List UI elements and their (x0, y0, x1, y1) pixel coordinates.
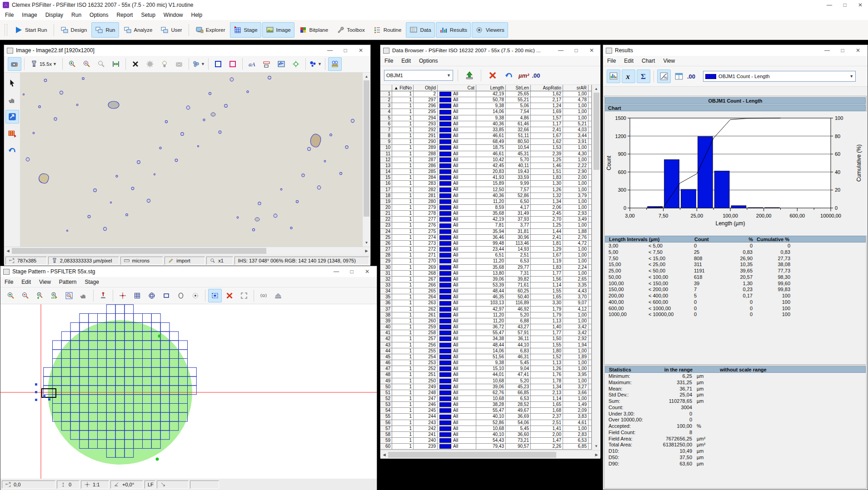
table-row[interactable]: 211278All35,6831,492,452,93 (380, 211, 592, 217)
menu-item-view[interactable]: View (659, 58, 679, 64)
results-chart[interactable]: 0300600900120015000204060801003,007,5025… (604, 112, 867, 235)
table-row[interactable]: 341265All48,4460,251,554,43 (380, 288, 592, 294)
interval-row[interactable]: 200,00< 400,0050,17100 (605, 293, 866, 299)
objective-button[interactable]: 15.5x▼ (27, 57, 60, 71)
table-row[interactable]: 111288All46,6145,312,394,30 (380, 151, 592, 157)
table-row[interactable]: 221277All42,1937,932,703,49 (380, 217, 592, 223)
section-splitter[interactable] (605, 364, 866, 366)
stage-canvas[interactable] (0, 304, 377, 479)
table-row[interactable]: 101289All18,7510,541,531,00 (380, 145, 592, 151)
menu-item-image[interactable]: Image (18, 12, 41, 18)
table-row[interactable]: 301269All35,6829,771,832,24 (380, 265, 592, 271)
interval-row[interactable]: 7,50< 15,0080826,9027,73 (605, 256, 866, 262)
user-button[interactable]: User (157, 22, 185, 38)
menu-item-chart[interactable]: Chart (638, 58, 659, 64)
routine-button[interactable]: Routine (369, 22, 405, 38)
expand-pattern-button[interactable] (237, 289, 251, 302)
table-row[interactable]: 591240All54,4373,211,476,53 (380, 438, 592, 444)
table-row[interactable]: 291270All11,206,531,191,00 (380, 258, 592, 264)
viewers-button[interactable]: Viewers (472, 22, 508, 38)
close-icon[interactable]: ✕ (584, 45, 599, 55)
table-row[interactable]: 521247All10,686,531,141,00 (380, 396, 592, 402)
interval-row[interactable]: 50,00< 100,0061820,5798,30 (605, 274, 866, 281)
annotation-text-button[interactable]: aA (245, 57, 259, 71)
object-overlay-button[interactable]: ▼ (309, 57, 322, 71)
table-row[interactable]: 481251All44,0147,411,763,95 (380, 372, 592, 378)
column-header-Length[interactable]: Length (476, 85, 506, 91)
table-row[interactable]: 561243All52,8654,062,514,61 (380, 420, 592, 426)
table-row[interactable]: 531246All38,2828,521,651,49 (380, 402, 592, 408)
scroll-left-icon[interactable]: ◀ (380, 451, 388, 459)
interval-row[interactable]: 15,00< 25,0031110,3538,08 (605, 262, 866, 268)
results-button[interactable]: Results (436, 22, 471, 38)
units-button[interactable]: µm² (519, 72, 529, 79)
maximize-icon[interactable]: □ (835, 45, 850, 55)
data-vertical-scrollbar[interactable]: ▲ ▼ (592, 85, 600, 450)
table-row[interactable]: 461253All9,385,451,131,00 (380, 360, 592, 366)
table-row[interactable]: 371262All42,9746,921,794,12 (380, 307, 592, 312)
scroll-left-icon[interactable]: ◀ (4, 247, 12, 255)
maximize-icon[interactable]: □ (344, 267, 359, 277)
calibrate-rings-button[interactable] (257, 289, 270, 302)
pointer-button[interactable] (5, 76, 19, 90)
scroll-down-icon[interactable]: ▼ (593, 442, 600, 450)
stage-window-titlebar[interactable]: Stage Pattern - PSFILTER 55x.stg ― □ ✕ (0, 266, 377, 277)
grid-pattern-button[interactable] (130, 289, 144, 302)
stage-button[interactable]: Stage (230, 22, 261, 38)
lamp-button[interactable] (158, 57, 171, 71)
camera-button[interactable] (8, 57, 21, 71)
minimize-icon[interactable]: ― (329, 267, 344, 277)
interval-row[interactable]: 400,00< 600,0000100 (605, 299, 866, 306)
table-row[interactable]: 401259All36,7243,271,403,42 (380, 324, 592, 330)
brightness-button[interactable] (143, 57, 157, 71)
interval-row[interactable]: 3,00< 5,00000 (605, 243, 866, 249)
table-row[interactable]: 571242All10,685,451,411,00 (380, 426, 592, 432)
menu-item-window[interactable]: Window (160, 12, 187, 18)
delete-field-button[interactable] (223, 289, 236, 302)
zoom-in-button[interactable] (65, 57, 79, 71)
select-field-button[interactable] (208, 289, 222, 302)
line-profile-button[interactable] (274, 57, 288, 71)
table-row[interactable]: 431256All48,4444,101,551,94 (380, 342, 592, 348)
table-row[interactable]: 151284All41,9333,591,832,00 (380, 175, 592, 181)
scroll-up-icon[interactable]: ▲ (363, 73, 370, 80)
table-row[interactable]: 451254All51,5646,311,521,89 (380, 354, 592, 360)
column-header-AspRatio[interactable]: AspRatio (531, 85, 563, 91)
column-header-StrLen[interactable]: StrLen (506, 85, 531, 91)
menu-item-options[interactable]: Options (415, 58, 442, 64)
decimals-button[interactable]: .00 (687, 73, 695, 80)
table-row[interactable]: 181281All40,3652,861,323,79 (380, 193, 592, 199)
table-row[interactable]: 112All42,1925,651,621,00 (380, 91, 592, 97)
menu-item-edit[interactable]: Edit (397, 58, 415, 64)
menu-item-help[interactable]: Help (187, 12, 207, 18)
snapshot-button[interactable] (172, 57, 186, 71)
menu-item-setup[interactable]: Setup (137, 12, 159, 18)
table-row[interactable]: 321267All39,0639,821,562,65 (380, 277, 592, 282)
table-row[interactable]: 441255All14,066,831,801,00 (380, 348, 592, 354)
clear-markers-button[interactable] (129, 57, 142, 71)
image-horizontal-scrollbar[interactable]: ◀ ▶ (4, 247, 370, 255)
close-icon[interactable]: ✕ (853, 0, 868, 10)
toolbox-button[interactable]: Toolbox (333, 22, 369, 38)
table-row[interactable]: 131286All42,4540,111,462,22 (380, 163, 592, 169)
fit-width-button[interactable] (109, 57, 123, 71)
delete-data-button[interactable] (486, 69, 499, 82)
close-icon[interactable]: ✕ (850, 45, 866, 55)
maximize-icon[interactable]: □ (837, 0, 853, 10)
data-window-titlebar[interactable]: Data Browser - PSFilter ISO 16232 2007 -… (380, 45, 600, 56)
table-header-row[interactable]: ▲ FldNoObjIdCatLengthStrLenAspRatiosrAR (380, 85, 592, 91)
close-icon[interactable]: ✕ (353, 45, 369, 55)
table-row[interactable]: 491250All10,685,201,781,00 (380, 378, 592, 384)
column-header-rownum[interactable] (380, 85, 392, 91)
interval-row[interactable]: 1000,00< 10000,0000100 (605, 312, 866, 318)
table-row[interactable]: 281271All6,512,511,671,00 (380, 252, 592, 258)
undo-button[interactable] (502, 69, 516, 82)
column-header-FldNo[interactable]: ▲ FldNo (392, 85, 414, 91)
statistics-button[interactable]: Σ (637, 69, 650, 83)
scroll-up-icon[interactable]: ▲ (593, 85, 600, 93)
frame-blue-button[interactable] (211, 57, 225, 71)
table-row[interactable]: 81291All46,6151,111,673,44 (380, 133, 592, 139)
table-row[interactable]: 201279All8,594,172,061,00 (380, 205, 592, 211)
maximize-icon[interactable]: □ (569, 45, 584, 55)
data-horizontal-scrollbar[interactable]: ◀ ▶ (380, 450, 600, 459)
